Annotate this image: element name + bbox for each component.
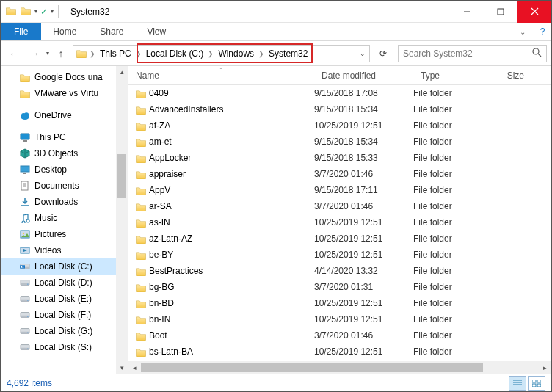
- scroll-up-icon[interactable]: ▴: [116, 66, 128, 78]
- crumb-thispc[interactable]: This PC: [97, 46, 134, 62]
- table-row[interactable]: be-BY10/25/2019 12:51File folder: [128, 247, 551, 263]
- drive-icon: [18, 343, 32, 352]
- scroll-right-icon[interactable]: ▸: [539, 361, 551, 374]
- qat-dropdown-2[interactable]: ▾: [51, 8, 54, 15]
- tree-pictures[interactable]: Pictures: [1, 226, 128, 242]
- table-row[interactable]: BestPractices4/14/2020 13:32File folder: [128, 263, 551, 279]
- expand-ribbon-button[interactable]: ⌄: [512, 23, 534, 40]
- search-input[interactable]: Search System32: [398, 45, 547, 62]
- table-row[interactable]: ar-SA3/7/2020 01:46File folder: [128, 198, 551, 214]
- forward-button[interactable]: →: [26, 45, 43, 62]
- table-row[interactable]: as-IN10/25/2019 12:51File folder: [128, 214, 551, 231]
- scroll-down-icon[interactable]: ▾: [116, 362, 128, 374]
- tab-share[interactable]: Share: [88, 23, 135, 40]
- file-date: 10/25/2019 12:51: [314, 120, 413, 131]
- tree-documents[interactable]: Documents: [1, 178, 128, 194]
- qat-check-icon[interactable]: ✓: [40, 7, 48, 17]
- tree-onedrive[interactable]: OneDrive: [1, 107, 128, 123]
- folder-icon: [128, 315, 148, 324]
- address-bar[interactable]: ❯ This PC ❯ Local Disk (C:) ❯ Windows ❯ …: [73, 45, 370, 62]
- tree-drive-d[interactable]: Local Disk (D:): [1, 275, 128, 291]
- view-icons-button[interactable]: [528, 376, 545, 391]
- app-icon: [5, 6, 17, 18]
- table-row[interactable]: am-et9/15/2018 15:34File folder: [128, 134, 551, 150]
- scroll-left-icon[interactable]: ◂: [128, 361, 141, 374]
- col-type[interactable]: Type: [413, 66, 495, 84]
- crumb-system32[interactable]: System32: [266, 46, 310, 62]
- crumb-windows[interactable]: Windows: [215, 46, 257, 62]
- table-row[interactable]: bn-BD10/25/2019 12:51File folder: [128, 295, 551, 311]
- table-row[interactable]: bs-Latn-BA10/25/2019 12:51File folder: [128, 344, 551, 360]
- address-dropdown[interactable]: ⌄: [356, 50, 369, 57]
- videos-icon: [18, 245, 32, 255]
- view-details-button[interactable]: [509, 376, 526, 391]
- tree-drive-f[interactable]: Local Disk (F:): [1, 307, 128, 323]
- col-date[interactable]: Date modified: [314, 66, 413, 84]
- table-row[interactable]: appraiser3/7/2020 01:46File folder: [128, 166, 551, 182]
- folder-icon: [128, 121, 148, 131]
- file-tab[interactable]: File: [1, 23, 41, 40]
- tree-label: VMware vs Virtu: [34, 88, 98, 98]
- file-type: File folder: [413, 266, 495, 276]
- crumb-sep[interactable]: ❯: [206, 50, 215, 57]
- table-row[interactable]: Boot3/7/2020 01:46File folder: [128, 327, 551, 344]
- file-date: 10/25/2019 12:51: [314, 233, 413, 244]
- minimize-button[interactable]: [450, 1, 484, 23]
- col-name[interactable]: Name˄: [128, 66, 314, 84]
- folder-icon: [128, 202, 148, 211]
- tree-drive-s[interactable]: Local Disk (S:): [1, 339, 128, 355]
- qat-dropdown[interactable]: ▾: [34, 8, 37, 15]
- table-row[interactable]: af-ZA10/25/2019 12:51File folder: [128, 117, 551, 134]
- col-size[interactable]: Size: [495, 66, 531, 84]
- table-row[interactable]: bn-IN10/25/2019 12:51File folder: [128, 311, 551, 327]
- crumb-sep[interactable]: ❯: [88, 50, 97, 57]
- back-button[interactable]: ←: [5, 45, 23, 62]
- tree-quick-item[interactable]: Google Docs una: [1, 69, 128, 85]
- crumb-sep[interactable]: ❯: [257, 50, 266, 57]
- horizontal-scrollbar[interactable]: ◂ ▸: [128, 361, 551, 374]
- folder-icon: [128, 218, 148, 228]
- tree-videos[interactable]: Videos: [1, 242, 128, 258]
- file-name: am-et: [148, 137, 314, 147]
- folder-icon: [128, 186, 148, 195]
- qat-folder-icon[interactable]: [20, 6, 32, 18]
- file-type: File folder: [413, 169, 495, 179]
- scroll-thumb[interactable]: [141, 363, 483, 372]
- tab-home[interactable]: Home: [41, 23, 88, 40]
- close-button[interactable]: [518, 1, 551, 23]
- file-name: ar-SA: [148, 201, 314, 211]
- tree-thispc[interactable]: This PC: [1, 129, 128, 145]
- table-row[interactable]: AppLocker9/15/2018 15:33File folder: [128, 150, 551, 166]
- desktop-icon: [18, 164, 32, 175]
- table-row[interactable]: AppV9/15/2018 17:11File folder: [128, 182, 551, 198]
- history-dropdown[interactable]: ▾: [46, 50, 49, 57]
- crumb-c[interactable]: Local Disk (C:): [143, 46, 207, 62]
- up-button[interactable]: ↑: [52, 48, 70, 59]
- tree-downloads[interactable]: Downloads: [1, 194, 128, 210]
- help-button[interactable]: ?: [534, 23, 551, 40]
- file-date: 9/15/2018 17:11: [314, 185, 413, 195]
- tree-label: Downloads: [34, 197, 78, 207]
- table-row[interactable]: AdvancedInstallers9/15/2018 15:34File fo…: [128, 101, 551, 117]
- table-row[interactable]: 04099/15/2018 17:08File folder: [128, 85, 551, 101]
- tree-quick-item[interactable]: VMware vs Virtu: [1, 85, 128, 101]
- tree-music[interactable]: Music: [1, 210, 128, 226]
- tree-drive-g[interactable]: Local Disk (G:): [1, 323, 128, 339]
- table-row[interactable]: az-Latn-AZ10/25/2019 12:51File folder: [128, 231, 551, 247]
- tree-drive-e[interactable]: Local Disk (E:): [1, 291, 128, 307]
- tree-scrollbar[interactable]: ▴ ▾: [116, 66, 128, 374]
- drive-icon: [18, 294, 32, 303]
- tree-drive-c[interactable]: Local Disk (C:): [1, 258, 128, 275]
- refresh-button[interactable]: ⟳: [374, 45, 392, 62]
- tree-3dobjects[interactable]: 3D Objects: [1, 145, 128, 161]
- maximize-button[interactable]: [484, 1, 518, 23]
- scroll-thumb[interactable]: [117, 154, 126, 198]
- tab-view[interactable]: View: [135, 23, 178, 40]
- svg-rect-20: [21, 166, 29, 172]
- tree-label: Local Disk (E:): [34, 294, 92, 304]
- tree-desktop[interactable]: Desktop: [1, 161, 128, 178]
- crumb-sep[interactable]: ❯: [134, 50, 143, 57]
- table-row[interactable]: bg-BG3/7/2020 01:31File folder: [128, 279, 551, 295]
- file-name: AdvancedInstallers: [148, 104, 314, 115]
- drive-icon: [18, 278, 32, 287]
